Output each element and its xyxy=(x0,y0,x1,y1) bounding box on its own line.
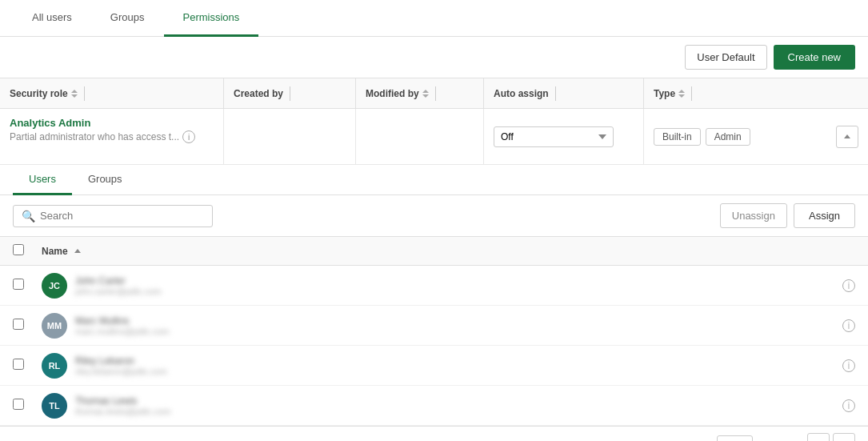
name-col-label: Name xyxy=(42,246,68,257)
row-type-cell: Built-in Admin xyxy=(644,109,868,164)
user-default-button[interactable]: User Default xyxy=(685,45,766,70)
assign-button[interactable]: Assign xyxy=(794,203,855,228)
type-sort-up xyxy=(678,90,685,93)
row-created-cell xyxy=(224,109,356,164)
type-badges: Built-in Admin xyxy=(654,128,750,146)
user-2-checkbox[interactable] xyxy=(13,359,24,370)
user-0-avatar: JC xyxy=(42,273,67,299)
col-separator-5 xyxy=(691,86,692,101)
user-3-checkbox[interactable] xyxy=(13,399,24,410)
user-0-name: John Carter xyxy=(75,275,842,287)
toolbar: User Default Create new xyxy=(0,37,868,78)
modified-sort[interactable] xyxy=(422,90,429,98)
security-role-label: Security role xyxy=(10,88,68,99)
name-sort-up xyxy=(74,249,81,253)
badge-builtin: Built-in xyxy=(654,128,701,146)
sub-tabs-bar: Users Groups xyxy=(0,165,868,195)
search-icon: 🔍 xyxy=(22,210,35,223)
type-sort-down xyxy=(678,94,685,98)
type-sort[interactable] xyxy=(678,90,685,98)
security-role-sort[interactable] xyxy=(71,90,78,98)
user-0-checkbox-col xyxy=(13,279,42,292)
col-created-by: Created by xyxy=(224,78,356,108)
create-new-button[interactable]: Create new xyxy=(774,45,855,70)
users-name-col-header: Name xyxy=(42,246,855,257)
col-type: Type xyxy=(644,78,868,108)
col-separator-4 xyxy=(555,86,556,101)
search-actions-bar: 🔍 Unassign Assign xyxy=(0,195,868,237)
user-0-email: john.carter@pdtc.com xyxy=(75,287,842,296)
user-1-checkbox[interactable] xyxy=(13,319,24,330)
user-3-avatar: TL xyxy=(42,393,67,419)
col-security-role: Security role xyxy=(0,78,224,108)
col-separator xyxy=(84,86,85,101)
user-3-info: Thomas Lewis thomas.lewis@pdtc.com xyxy=(75,395,842,416)
search-input[interactable] xyxy=(40,210,204,222)
row-info-icon[interactable]: i xyxy=(182,130,195,143)
auto-assign-select[interactable]: Off On xyxy=(494,126,614,147)
modified-sort-up xyxy=(422,90,429,93)
user-2-checkbox-col xyxy=(13,359,42,372)
tab-all-users[interactable]: All users xyxy=(13,0,91,37)
user-row-0: JC John Carter john.carter@pdtc.com i xyxy=(0,266,868,306)
analytics-admin-row: Analytics Admin Partial administrator wh… xyxy=(0,109,868,165)
modified-by-label: Modified by xyxy=(366,88,419,99)
main-table-header: Security role Created by Modified by Aut… xyxy=(0,78,868,109)
sub-panel: Users Groups 🔍 Unassign Assign Name JC xyxy=(0,165,868,441)
user-2-avatar: RL xyxy=(42,353,67,379)
action-buttons: Unassign Assign xyxy=(720,203,855,228)
page-nav: ‹ › xyxy=(807,433,855,441)
pagination-bar: Rows per page: 5 10 25 50 1-4 of 4 ‹ › xyxy=(0,426,868,441)
created-by-label: Created by xyxy=(234,88,283,99)
next-page-button[interactable]: › xyxy=(833,433,855,441)
row-security-cell: Analytics Admin Partial administrator wh… xyxy=(0,109,224,164)
rows-per-page-select[interactable]: 5 10 25 50 xyxy=(717,435,753,442)
user-1-avatar: MM xyxy=(42,313,67,339)
user-2-email: riley.lebaron@pdtc.com xyxy=(75,367,842,376)
modified-sort-down xyxy=(422,94,429,98)
user-0-checkbox[interactable] xyxy=(13,279,24,290)
auto-assign-label: Auto assign xyxy=(494,88,549,99)
user-1-info: Marc Mullins marc.mullins@pdtc.com xyxy=(75,315,842,336)
users-checkbox-col-header xyxy=(13,244,42,258)
col-auto-assign: Auto assign xyxy=(484,78,644,108)
type-label: Type xyxy=(654,88,675,99)
analytics-admin-subtitle: Partial administrator who has access t..… xyxy=(10,130,214,143)
name-sort-button[interactable] xyxy=(74,249,81,253)
unassign-button[interactable]: Unassign xyxy=(720,203,787,228)
users-table-header: Name xyxy=(0,237,868,266)
prev-page-button[interactable]: ‹ xyxy=(807,433,830,441)
tab-permissions[interactable]: Permissions xyxy=(164,0,259,37)
row-modified-cell xyxy=(356,109,484,164)
user-1-checkbox-col xyxy=(13,319,42,332)
sub-tab-users[interactable]: Users xyxy=(13,165,72,195)
col-modified-by: Modified by xyxy=(356,78,484,108)
user-3-checkbox-col xyxy=(13,399,42,412)
col-separator-2 xyxy=(290,86,290,101)
user-1-name: Marc Mullins xyxy=(75,315,842,327)
user-3-name: Thomas Lewis xyxy=(75,395,842,407)
select-all-checkbox[interactable] xyxy=(13,244,24,255)
col-separator-3 xyxy=(435,86,436,101)
user-row-3: TL Thomas Lewis thomas.lewis@pdtc.com i xyxy=(0,386,868,426)
collapse-icon xyxy=(844,134,850,138)
tab-groups[interactable]: Groups xyxy=(91,0,164,37)
user-1-info-icon[interactable]: i xyxy=(842,319,855,332)
analytics-admin-title: Analytics Admin xyxy=(10,117,214,129)
sort-down-icon xyxy=(71,94,78,98)
user-0-info-icon[interactable]: i xyxy=(842,279,855,292)
sub-tab-groups[interactable]: Groups xyxy=(72,165,138,195)
user-2-info-icon[interactable]: i xyxy=(842,359,855,372)
top-tabs-bar: All users Groups Permissions xyxy=(0,0,868,37)
user-row-1: MM Marc Mullins marc.mullins@pdtc.com i xyxy=(0,306,868,346)
page-info: 1-4 of 4 xyxy=(762,439,798,442)
row-collapse-button[interactable] xyxy=(836,126,858,148)
user-3-info-icon[interactable]: i xyxy=(842,399,855,412)
badge-admin: Admin xyxy=(706,128,750,146)
user-2-name: Riley Lebaron xyxy=(75,355,842,367)
user-0-info: John Carter john.carter@pdtc.com xyxy=(75,275,842,296)
search-box: 🔍 xyxy=(13,205,213,227)
rows-per-page-label: Rows per page: xyxy=(634,439,707,442)
row-auto-cell[interactable]: Off On xyxy=(484,109,644,164)
user-3-email: thomas.lewis@pdtc.com xyxy=(75,407,842,416)
